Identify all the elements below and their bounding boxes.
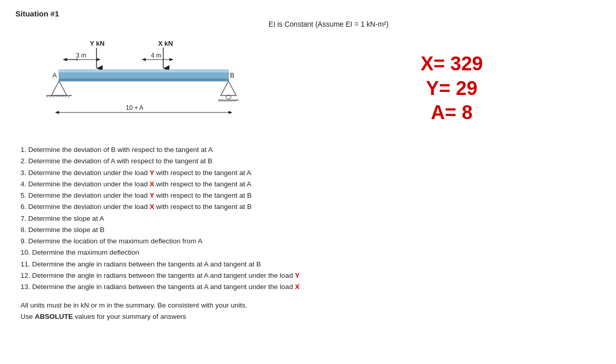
item-12-y: Y [295, 272, 299, 279]
svg-marker-6 [97, 58, 101, 61]
item-10: 10. Determine the maximum deflection [21, 247, 601, 258]
diagram-area: Y kN 3 m X kN [15, 36, 282, 139]
span-right-label: 4 m [151, 52, 161, 59]
svg-marker-10 [169, 58, 174, 61]
results-area: X= 329 Y= 29 A= 8 [282, 36, 601, 125]
total-span-label: 10 + A [126, 104, 143, 111]
footer-absolute: ABSOLUTE [35, 313, 73, 320]
footer-line-2: Use ABSOLUTE values for your summary of … [21, 311, 601, 322]
item-3: 3. Determine the deviation under the loa… [21, 167, 601, 179]
y-kn-label: Y kN [90, 40, 105, 47]
footer-section: All units must be in kN or m in the summ… [15, 300, 601, 322]
items-section: 1. Determine the deviation of B with res… [15, 144, 601, 293]
svg-marker-9 [142, 58, 146, 61]
item-3-y: Y [149, 169, 154, 177]
item-4: 4. Determine the deviation under the loa… [21, 179, 601, 190]
item-5-y: Y [149, 191, 154, 199]
span-left-label: 3 m [76, 52, 86, 59]
beam-diagram: Y kN 3 m X kN [31, 36, 277, 139]
item-1: 1. Determine the deviation of B with res… [21, 144, 601, 156]
svg-rect-12 [59, 70, 228, 72]
item-13: 13. Determine the angle in radians betwe… [21, 281, 601, 293]
item-5: 5. Determine the deviation under the loa… [21, 190, 601, 201]
x-result: X= 329 [420, 52, 483, 76]
item-9: 9. Determine the location of the maximum… [21, 236, 601, 247]
point-a-label: A [52, 71, 57, 79]
svg-marker-5 [63, 58, 67, 61]
item-2: 2. Determine the deviation of A with res… [21, 156, 601, 167]
svg-rect-13 [59, 79, 228, 81]
item-6: 6. Determine the deviation under the loa… [21, 201, 601, 213]
footer-line-1: All units must be in kN or m in the summ… [21, 300, 601, 311]
svg-marker-34 [55, 111, 59, 114]
svg-marker-35 [228, 111, 233, 114]
situation-title: Situation #1 [15, 9, 601, 18]
svg-marker-24 [221, 81, 236, 95]
item-12: 12. Determine the angle in radians betwe… [21, 270, 601, 281]
item-6-x: X [149, 203, 154, 210]
item-4-x: X [149, 180, 154, 188]
svg-marker-14 [51, 81, 67, 95]
footer-rest: values for your summary of answers [73, 313, 186, 320]
item-8: 8. Determine the slope at B [21, 224, 601, 236]
item-13-x: X [295, 283, 299, 291]
y-result: Y= 29 [426, 76, 477, 101]
footer-use: Use [21, 313, 35, 320]
item-7: 7. Determine the slope at A [21, 213, 601, 224]
x-kn-label: X kN [158, 40, 173, 47]
ei-subtitle: EI is Constant (Assume EI = 1 kN-m²) [56, 20, 601, 28]
a-result: A= 8 [431, 101, 472, 125]
item-11: 11. Determine the angle in radians betwe… [21, 259, 601, 270]
point-b-label: B [230, 71, 235, 79]
